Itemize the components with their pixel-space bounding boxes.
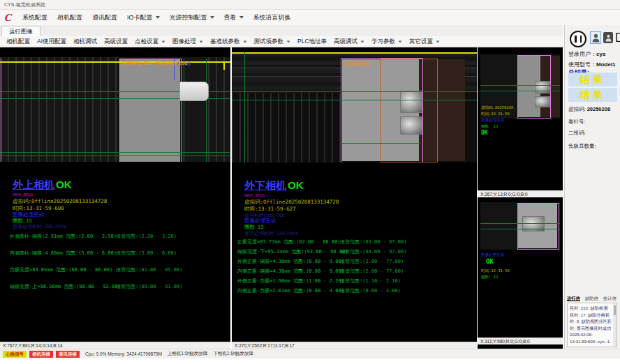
tool-image-processing[interactable]: 图像处理	[169, 38, 207, 46]
pause-icon	[570, 31, 586, 47]
virtual-code-line: 虚拟码:Offline20250208133134728	[13, 198, 107, 205]
measure-line	[244, 52, 245, 162]
measurement-text: 隔膜宽度-下=95.24mm 范围:(93.00 - 98.00)	[237, 248, 348, 255]
window-title: CYS-视觉检测系统	[4, 2, 45, 7]
measurement-row: 负极宽度=83.05mm 范围:(80.00 - 86.00) 报警范围:(81…	[0, 266, 230, 273]
thumb-bottom-image	[480, 202, 560, 250]
tool-test-params[interactable]: 测试项参数	[251, 38, 295, 46]
virtual-code-row: 虚拟码: 20250208	[568, 106, 610, 113]
measure-line	[0, 152, 230, 153]
log-output[interactable]: 耗时: 222, 缺陷检测耗时: 17, 缺陷分类耗时: 0, 缺陷视图分区耗时…	[567, 303, 617, 347]
tool-camera-config[interactable]: 相机配置	[3, 38, 34, 46]
left-cursor-readout: X:7677;Y:891;R:14;G:14;B:14	[0, 342, 230, 349]
station-code: M6X_B011	[13, 192, 33, 197]
pause-button[interactable]	[570, 31, 586, 47]
tool-other-settings[interactable]: 其它设置	[406, 38, 443, 46]
measurement-text: 隔膜宽度-上=90.56mm 范围:(88.00 - 92.00)	[10, 283, 121, 290]
ai-region-label: AI检测区域	[344, 61, 369, 68]
tool-camera-debug[interactable]: 相机调试	[70, 38, 101, 46]
measurement-row: 外侧正极-隔膜=4.38mm 范围:(0.00 - 9.00) 报警范围:(2.…	[232, 258, 477, 265]
exit-button[interactable]	[615, 31, 620, 43]
ai-region-rect-overlay	[381, 59, 438, 162]
chevron-down-icon	[210, 16, 214, 19]
measurement-row: 内侧正极-隔膜=4.38mm 范围:(0.00 - 9.00) 报警范围:(2.…	[232, 268, 477, 275]
measurement-text: 外侧正极-负极=1.90mm 范围:(1.00 - 2.20)	[237, 278, 344, 285]
loop-count-line: 圈数: 13	[481, 123, 498, 130]
measurement-row: 内测圆柱-隔膜:4.60mm 范围:(3.00 - 6.00) 报警范围:(3.…	[0, 250, 230, 257]
measurement-row: 内侧正极-负极=2.61mm 范围:(0.60 - 4.00) 报警范围:(0.…	[232, 287, 477, 294]
left-camera-viewport[interactable]: 73.46 灰度阈值:93, 动态阈值:100 外上相机OK M6X_B011 …	[0, 47, 230, 342]
measurement-row: 隔膜宽度-上=90.56mm 范围:(88.00 - 92.00) 报警范围:(…	[0, 283, 230, 290]
menu-light-control[interactable]: 光源控制配置	[165, 10, 219, 25]
measurement-text: 负极宽度=83.05mm 范围:(80.00 - 86.00)	[10, 266, 112, 273]
chevron-down-icon	[239, 16, 244, 19]
thumb-top-cursor-readout: X:267;Y:13;R:0;G:0;B:0	[478, 190, 563, 197]
measure-line	[232, 91, 477, 92]
menu-io-config[interactable]: IO卡配置	[122, 10, 165, 25]
result-ok-badge: OK	[56, 179, 72, 190]
chevron-down-icon	[436, 40, 440, 43]
tab-part-object	[179, 82, 209, 101]
user-permission-button[interactable]	[603, 32, 613, 43]
baseline-overlay	[232, 52, 477, 54]
roi-rect-overlay	[517, 203, 559, 250]
menu-system-config[interactable]: 系统配置	[17, 10, 52, 25]
measurement-text: 内测圆柱-隔膜:4.60mm 范围:(3.00 - 6.00)	[10, 250, 117, 257]
chevron-down-icon	[399, 40, 402, 43]
result-ok-badge: OK	[288, 179, 304, 191]
reel-number-label: 卷针号:	[568, 119, 586, 126]
measurement-row: 隔膜宽度-下=95.24mm 范围:(93.00 - 98.00) 报警范围:(…	[232, 248, 477, 255]
virtual-code-line: 虚拟码:Offline20250208133134728	[244, 199, 339, 206]
alarm-range-text: 报警范围:(94.00 - 97.00)	[340, 248, 406, 255]
qr-code-label: 二维码:	[568, 130, 586, 137]
measurement-text: 外测圆柱-隔膜:2.91mm 范围:(2.00 - 3.50)	[10, 233, 117, 240]
thumb-bottom-viewport[interactable]: 图像处理完成 OK 时间:13-31-59 圈数: 13	[478, 197, 563, 338]
measure-line	[480, 223, 560, 224]
tool-baseline-params[interactable]: 基准线参数	[207, 38, 251, 46]
model-value: Model1	[596, 61, 616, 68]
result-box-2: 结果	[568, 88, 617, 102]
virtual-code-value: 20250208	[587, 106, 610, 112]
measure-line	[184, 59, 184, 162]
station-code: M6X_B011	[244, 193, 265, 197]
alarm-range-text: 报警范围:(83.00 - 87.00)	[340, 238, 406, 245]
negative-tab-count-label: 负极耳数量:	[568, 143, 596, 150]
process-done-line: 图像处理完成	[481, 252, 504, 258]
process-done-line: 图像处理完成	[481, 117, 504, 123]
thumb-top-viewport[interactable]: 虚拟码:20250208 时间:13-31-59 图像处理完成 圈数: 13 O…	[478, 47, 563, 190]
image-texture	[232, 93, 341, 162]
roi-rect-overlay	[119, 59, 182, 162]
tab-run-image[interactable]: 运行图像	[1, 26, 40, 37]
menu-comm-config[interactable]: 通讯配置	[87, 10, 122, 25]
measurement-row: 正极宽度=83.77mm 范围:(82.00 - 88.00) 报警范围:(83…	[232, 238, 477, 245]
login-user-row: 登录用户：cys	[568, 50, 605, 58]
baseline-overlay	[0, 61, 230, 63]
side-panel: 登录用户：cys 使用型号：Model1 总结果: 结果 结果 虚拟码: 202…	[564, 25, 620, 349]
tool-spot-check[interactable]: 点检设置	[131, 38, 169, 46]
heartbeat-status-badge: 心跳信号	[3, 351, 27, 358]
alarm-range-text: 报警范围:(2.20 - 3.20)	[116, 233, 177, 240]
alarm-range-text: 报警范围:(0.60 - 4.00)	[340, 287, 401, 294]
user-login-button[interactable]	[590, 31, 601, 44]
result-ok-badge: OK	[481, 130, 488, 136]
result-ok-badge: OK	[486, 259, 494, 265]
middle-camera-viewport[interactable]: AI检测区域 外下相机OK M6X_B011 虚拟码:Offline202502…	[232, 47, 477, 342]
elapsed-line: 显示处理耗时: 149.00ms	[244, 230, 298, 237]
menu-language-switch[interactable]: 系统语言切换	[249, 10, 296, 25]
lower-camera-fault-text: 下相机1:软触发故障	[213, 351, 253, 357]
alarm-range-text: 报警范围:(81.00 - 85.00)	[116, 266, 182, 273]
measure-line	[232, 100, 477, 100]
baseline-overlay	[223, 61, 225, 70]
measure-line	[206, 59, 207, 162]
menu-view[interactable]: 查看	[219, 10, 249, 25]
tool-advanced-debug[interactable]: 高级调试	[330, 38, 368, 46]
tool-learning-params[interactable]: 学习参数	[368, 38, 406, 46]
alarm-range-text: 报警范围:(2.00 - 77.00)	[340, 258, 404, 265]
tool-advanced-settings[interactable]: 高级设置	[101, 38, 131, 46]
tool-ai-usage-config[interactable]: AI使用配置	[34, 38, 70, 46]
alarm-range-text: 报警范围:(1.10 - 2.10)	[340, 278, 401, 285]
login-user-value: cys	[596, 51, 605, 57]
menu-camera-config[interactable]: 相机配置	[52, 10, 87, 25]
log-scrollbar[interactable]	[613, 303, 617, 347]
tool-plc-address[interactable]: PLC地址串	[294, 38, 330, 46]
